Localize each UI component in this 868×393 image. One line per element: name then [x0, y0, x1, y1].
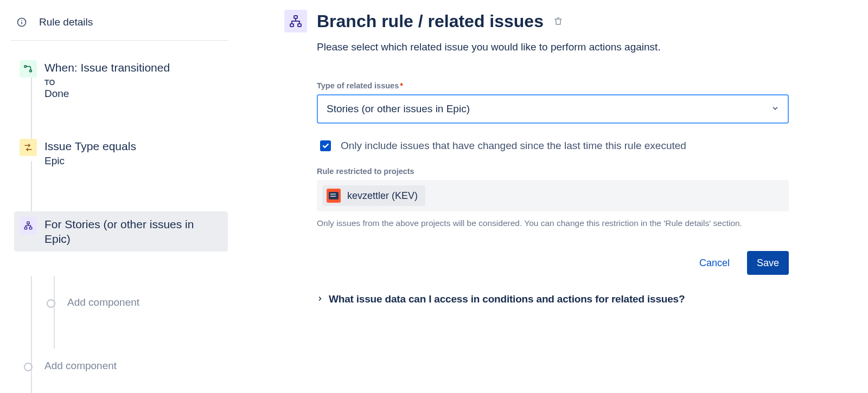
restricted-label: Rule restricted to projects [317, 167, 789, 176]
svg-rect-9 [290, 24, 293, 27]
trigger-to-value: Done [44, 88, 222, 100]
trigger-title: When: Issue transitioned [44, 60, 222, 75]
svg-rect-6 [24, 227, 27, 229]
page-description: Please select which related issue you wo… [317, 41, 857, 53]
save-button[interactable]: Save [747, 251, 789, 275]
help-disclosure-label: What issue data can I access in conditio… [329, 293, 685, 305]
delete-rule-button[interactable] [553, 16, 563, 26]
svg-rect-5 [27, 222, 30, 224]
only-changed-label: Only include issues that have changed si… [341, 140, 686, 152]
add-component-inner[interactable]: Add component [37, 291, 228, 315]
add-component-outer[interactable]: Add component [14, 354, 228, 378]
svg-point-2 [21, 20, 22, 21]
svg-rect-10 [298, 24, 301, 27]
branch-row[interactable]: For Stories (or other issues in Epic) [14, 211, 228, 252]
add-component-outer-label: Add component [44, 359, 222, 373]
project-avatar-icon [327, 189, 341, 203]
restricted-help-text: Only issues from the above projects will… [317, 217, 789, 229]
type-selected-value: Stories (or other issues in Epic) [327, 103, 470, 115]
condition-icon [20, 139, 37, 156]
svg-point-4 [30, 70, 32, 72]
branch-title: For Stories (or other issues in Epic) [44, 217, 222, 247]
condition-row[interactable]: Issue Type equals Epic [14, 133, 228, 172]
only-changed-checkbox[interactable] [320, 140, 331, 151]
svg-rect-7 [29, 227, 32, 229]
branch-header-icon [284, 10, 307, 33]
type-of-related-issues-select[interactable]: Stories (or other issues in Epic) [317, 94, 789, 124]
chevron-down-icon [771, 103, 779, 115]
type-field-label: Type of related issues* [317, 81, 789, 90]
condition-value: Epic [44, 155, 222, 167]
branch-icon [20, 217, 37, 234]
empty-step-icon [47, 299, 55, 308]
cancel-button[interactable]: Cancel [690, 251, 739, 275]
restricted-projects-box: kevzettler (KEV) [317, 180, 789, 211]
condition-title: Issue Type equals [44, 139, 222, 153]
empty-step-icon [24, 363, 33, 371]
trigger-row[interactable]: When: Issue transitioned TO Done [14, 55, 228, 105]
main-panel: Branch rule / related issues Please sele… [228, 10, 857, 378]
rule-details-link[interactable]: Rule details [11, 10, 228, 41]
svg-rect-8 [294, 16, 297, 18]
info-icon [16, 17, 27, 28]
chevron-right-icon [317, 294, 323, 304]
project-chip[interactable]: kevzettler (KEV) [322, 185, 425, 206]
trigger-to-label: TO [44, 78, 222, 87]
trigger-icon [20, 60, 37, 78]
rule-details-label: Rule details [39, 16, 93, 28]
help-disclosure[interactable]: What issue data can I access in conditio… [317, 293, 789, 305]
add-component-inner-label: Add component [67, 296, 222, 310]
project-name: kevzettler (KEV) [347, 190, 418, 202]
page-title: Branch rule / related issues [317, 11, 544, 31]
sidebar: Rule details When: Issue transitioned [11, 10, 228, 378]
